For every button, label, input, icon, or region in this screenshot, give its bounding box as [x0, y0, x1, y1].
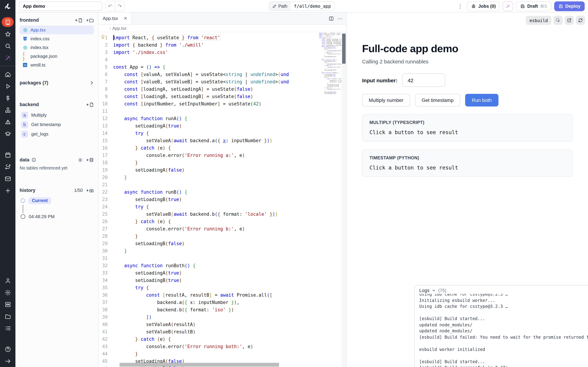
code-line-29[interactable]: 29 setLoadingB(false) [99, 240, 319, 247]
favorites-star-icon[interactable] [2, 29, 14, 39]
code-line-10[interactable]: 10 const [inputNumber, setInputNumber] =… [99, 100, 319, 108]
code-area[interactable]: 1import React, { useState } from 'react'… [99, 33, 346, 367]
code-line-7[interactable]: 7 const [valueB, setValueB] = useState<s… [99, 78, 319, 85]
code-line-37[interactable]: 37 backend.a({ x: inputNumber }), [99, 299, 319, 306]
code-line-33[interactable]: 33 setLoadingA(true) [99, 269, 319, 277]
refresh-icon[interactable] [576, 16, 585, 25]
vertical-scrollbar[interactable] [341, 33, 346, 367]
logs-body[interactable]: using idb cache for csstype@3.2.3 …Initi… [415, 291, 588, 367]
ai-assistant-button[interactable] [503, 1, 513, 11]
resources-cubes-icon[interactable] [2, 105, 14, 115]
editor-more-icon[interactable]: ⋯ [338, 16, 343, 21]
path-chip[interactable]: Path f/all/demo_app [269, 1, 335, 11]
snapshot-camera-button[interactable]: + [86, 188, 94, 193]
code-line-32[interactable]: 32 async function runBoth() { [99, 262, 319, 269]
packages-section-header[interactable]: packages (7) [20, 80, 94, 85]
learn-graduation-icon[interactable] [2, 129, 14, 139]
more-menu-kebab-icon[interactable]: ⋮ [456, 3, 464, 9]
code-line-23[interactable]: 23 setLoadingB(true) [99, 196, 319, 203]
runs-play-icon[interactable] [2, 81, 14, 91]
code-line-13[interactable]: 13 setLoadingA(true) [99, 122, 319, 130]
breadcrumb-file[interactable]: App.tsx [112, 26, 126, 31]
vertical-scrollbar-thumb[interactable] [342, 34, 346, 64]
file-item-index.tsx[interactable]: index.tsx [20, 43, 94, 52]
add-table-button[interactable]: + [86, 158, 94, 162]
file-item-App.tsx[interactable]: App.tsx [20, 25, 94, 34]
runnable-item-get-timestamp[interactable]: bGet timestamp [20, 120, 94, 129]
code-line-34[interactable]: 34 setLoadingB(true) [99, 277, 319, 284]
code-line-1[interactable]: 1import React, { useState } from 'react' [99, 34, 319, 41]
deploy-button[interactable]: Deploy [554, 1, 585, 11]
variables-dollar-icon[interactable] [2, 93, 14, 103]
mail-icon[interactable] [2, 174, 14, 184]
triggers-prism-icon[interactable] [2, 117, 14, 127]
code-line-21[interactable]: 21 [99, 181, 319, 188]
jobs-button[interactable]: Jobs (0) [467, 1, 500, 11]
code-line-6[interactable]: 6 const [valueA, setValueA] = useState<s… [99, 71, 319, 78]
add-folder-button[interactable]: + [86, 18, 94, 23]
code-line-24[interactable]: 24 try { [99, 203, 319, 210]
code-line-22[interactable]: 22 async function runB() { [99, 188, 319, 196]
code-line-16[interactable]: 16 } catch (e) { [99, 144, 319, 152]
minimap[interactable]: import React, { useState } from 'react'i… [319, 33, 341, 367]
code-line-25[interactable]: 25 setValueB(await backend.b({ format: '… [99, 210, 319, 218]
code-line-36[interactable]: 36 const [resultA, resultB] = await Prom… [99, 291, 319, 299]
app-name-input[interactable] [19, 1, 102, 11]
code-line-28[interactable]: 28 } [99, 233, 319, 240]
run-both-button[interactable]: Run both [465, 94, 498, 107]
apps-nav-active-icon[interactable] [2, 17, 14, 27]
file-item-index.css[interactable]: 3index.css [20, 34, 94, 43]
tab-app-tsx[interactable]: App.tsx ✕ [99, 13, 132, 24]
ai-wand-icon[interactable] [2, 53, 14, 63]
audit-list-icon[interactable] [2, 323, 14, 333]
file-item-package.json[interactable]: { }package.json [20, 52, 94, 61]
runnable-item-multiply[interactable]: aMultiply [20, 110, 94, 120]
code-line-44[interactable]: 44 } [99, 350, 319, 358]
code-line-31[interactable]: 31 [99, 255, 319, 262]
redo-button[interactable]: ↷ [115, 1, 124, 11]
input-number-field[interactable] [402, 74, 445, 87]
code-line-2[interactable]: 2import { backend } from './wmill' [99, 41, 319, 49]
inspect-select-icon[interactable] [554, 16, 562, 25]
runnable-item-get_logs[interactable]: cget_logs [20, 129, 94, 139]
settings-gear-icon[interactable] [2, 287, 14, 297]
multiply-number-button[interactable]: Multiply number [362, 94, 410, 107]
code-line-8[interactable]: 8 const [loadingA, setLoadingA] = useSta… [99, 85, 319, 93]
version-marker[interactable] [21, 214, 25, 219]
file-item-wmill.ts[interactable]: TSwmill.ts [20, 61, 94, 69]
add-runnable-button[interactable]: + [86, 102, 94, 107]
horizontal-scrollbar-thumb[interactable] [119, 363, 279, 367]
code-line-42[interactable]: 42 } catch (e) { [99, 335, 319, 343]
code-line-15[interactable]: 15 setValueA(await backend.a({ x: inputN… [99, 137, 319, 144]
code-line-38[interactable]: 38 backend.b({ format: 'iso' }) [99, 306, 319, 313]
get-timestamp-button[interactable]: Get timestamp [415, 94, 460, 107]
logs-chevron-down-icon[interactable] [432, 289, 436, 292]
code-line-35[interactable]: 35 try { [99, 284, 319, 291]
code-line-41[interactable]: 41 setValueB(resultB) [99, 328, 319, 335]
code-line-39[interactable]: 39 ]) [99, 313, 319, 321]
code-line-26[interactable]: 26 } catch (e) { [99, 218, 319, 225]
code-line-17[interactable]: 17 console.error('Error running a:', e) [99, 152, 319, 159]
code-line-43[interactable]: 43 console.error('Error running both:', … [99, 343, 319, 350]
open-external-icon[interactable] [565, 16, 574, 25]
code-line-9[interactable]: 9 const [loadingB, setLoadingB] = useSta… [99, 93, 319, 100]
code-line-27[interactable]: 27 console.error('Error running b:', e) [99, 225, 319, 233]
code-line-12[interactable]: 12 async function runA() { [99, 115, 319, 122]
split-view-icon[interactable] [328, 16, 334, 21]
code-line-30[interactable]: 30 } [99, 247, 319, 255]
code-line-19[interactable]: 19 setLoadingA(false) [99, 166, 319, 174]
current-version-badge[interactable]: Current [28, 197, 51, 204]
flows-route-icon[interactable] [2, 162, 14, 172]
add-file-button[interactable]: + [75, 18, 83, 23]
draft-button[interactable]: Draft ⌘S [516, 1, 551, 11]
add-plus-icon[interactable] [2, 186, 14, 195]
collapse-arrow-icon[interactable] [2, 356, 14, 366]
code-line-5[interactable]: 5const App = () => { [99, 63, 319, 71]
code-line-11[interactable]: 11 [99, 108, 319, 115]
workers-server-gear-icon[interactable] [2, 300, 14, 309]
data-settings-gear-icon[interactable] [78, 158, 83, 162]
search-icon[interactable] [2, 41, 14, 51]
undo-button[interactable]: ↶ [105, 1, 115, 11]
help-icon[interactable] [2, 344, 14, 354]
code-line-18[interactable]: 18 } [99, 159, 319, 166]
